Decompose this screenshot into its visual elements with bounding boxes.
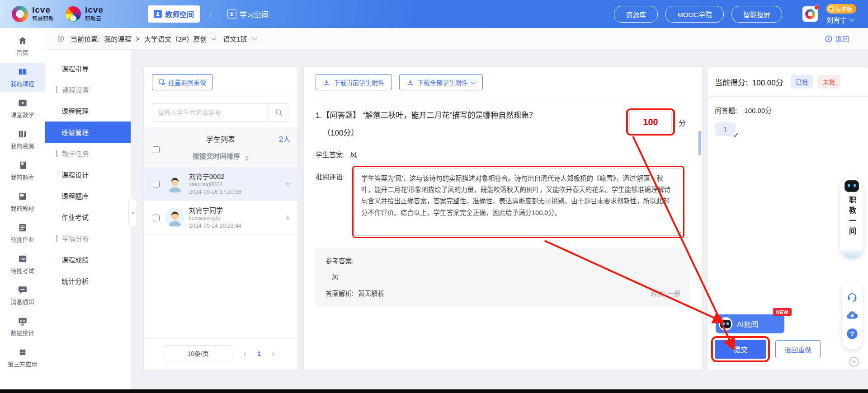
- question-type-label: 问答题:: [715, 107, 737, 114]
- return-redo-button[interactable]: 退回重做: [775, 340, 821, 358]
- user-menu[interactable]: 刘宵宁: [826, 15, 854, 24]
- student-list-panel: 批量退回重做 学生列表 2人 按提交时间排序 刘宵宁0002 xiaoning0…: [144, 67, 297, 370]
- sort-by-submit-time[interactable]: 按提交时间排序: [151, 151, 290, 161]
- back-label: 返回: [835, 34, 849, 43]
- sidebar-item-home[interactable]: 首页: [0, 32, 45, 61]
- icve-zhihuizhijiao-logo[interactable]: icve 智慧职教: [12, 5, 54, 23]
- student-search-input[interactable]: [152, 103, 269, 122]
- sidebar-item-messages[interactable]: 消息通知: [0, 281, 45, 310]
- menu-item-course-design[interactable]: 课程设计: [45, 164, 131, 185]
- svg-text:100: 100: [20, 257, 25, 261]
- sidebar-item-third-party-apps[interactable]: 第三方应用: [0, 343, 45, 373]
- difficulty-label: 难度:: [651, 290, 665, 297]
- star-icon[interactable]: ★: [284, 179, 291, 189]
- menu-item-homework-exams[interactable]: 作业考试: [45, 206, 131, 228]
- tab-teacher-space[interactable]: 教师空间: [148, 5, 200, 23]
- download-current-attachments-button[interactable]: 下载当前学生附件: [316, 74, 392, 90]
- breadcrumb-class-name[interactable]: 语文1班: [223, 34, 247, 43]
- student-count[interactable]: 2人: [279, 133, 290, 144]
- scrollbar-thumb[interactable]: [698, 131, 701, 155]
- chevron-down-icon[interactable]: [212, 35, 217, 40]
- robot-icon: [844, 180, 859, 192]
- student-search: [152, 103, 289, 122]
- breadcrumb-separator: >: [136, 35, 140, 42]
- chevron-down-icon[interactable]: [252, 35, 257, 40]
- current-score-row: 当前得分: 100.00分 已批 未批: [715, 75, 861, 89]
- header: icve 智慧职教 icve 职教云 教师空间 | 学习空间 资源库 M: [0, 0, 868, 28]
- reviewed-tab[interactable]: 已批: [791, 75, 813, 89]
- menu-item-statistical-analysis[interactable]: 统计分析: [45, 270, 131, 291]
- prev-page-button[interactable]: ‹: [241, 348, 249, 358]
- sidebar-item-my-courses[interactable]: 我的课程: [0, 63, 45, 92]
- smart-screencast-button[interactable]: 智能投屏: [731, 6, 782, 23]
- batch-return-redo-button[interactable]: 批量退回重做: [152, 74, 212, 90]
- back-button[interactable]: 返回: [822, 33, 852, 44]
- student-username: xiaoning0002: [189, 181, 284, 188]
- back-arrow-icon: [825, 35, 833, 43]
- mooc-academy-button[interactable]: MOOC学院: [665, 6, 724, 23]
- zhijiao-assistant-widget[interactable]: 职教一问: [840, 176, 863, 258]
- current-score-value: 100.00分: [752, 76, 783, 88]
- logo-subtext: 智慧职教: [32, 16, 54, 22]
- sidebar-item-pending-exams[interactable]: 100 待批考试: [0, 250, 45, 279]
- sidebar-item-classroom-teaching[interactable]: 课堂教学: [0, 94, 45, 123]
- next-page-button[interactable]: ›: [269, 348, 278, 358]
- student-checkbox[interactable]: [153, 215, 160, 221]
- search-icon: [275, 108, 283, 117]
- avatar: [165, 208, 184, 227]
- sidebar: 首页 我的课程 课堂教学 我的资源 我的题库 我的教材 待批作业 100 待批考: [0, 28, 45, 389]
- help-icon[interactable]: ?: [846, 328, 859, 340]
- page-size-select[interactable]: 10条/页: [164, 345, 232, 361]
- my-resources-icon: [18, 129, 28, 139]
- menu-item-course-grades[interactable]: 课程成绩: [45, 249, 131, 270]
- unreviewed-tab[interactable]: 未批: [818, 75, 840, 89]
- menu-item-course-question-bank[interactable]: 课程题库: [45, 185, 131, 206]
- sidebar-item-pending-homework[interactable]: 待批作业: [0, 219, 45, 248]
- ai-review-button[interactable]: AI批阅 NEW: [716, 314, 784, 333]
- select-all-checkbox[interactable]: [153, 146, 160, 153]
- student-row[interactable]: 刘宵宁0002 xiaoning0002 2024-09-26 17:20:56…: [144, 167, 297, 201]
- chevron-down-icon: [471, 79, 476, 84]
- divider: [708, 96, 868, 97]
- icve-zhijiaoyun-logo[interactable]: icve 职教云: [66, 5, 104, 23]
- tab-learning-space[interactable]: 学习空间: [222, 5, 274, 23]
- grading-panel: 下载当前学生附件 下载全部学生附件 1.【问答题】 “解落三秋叶，能开二月花”描…: [304, 67, 702, 370]
- download-all-attachments-button[interactable]: 下载全部学生附件: [399, 74, 483, 90]
- analysis-label: 答案解析:: [326, 290, 354, 297]
- breadcrumb-my-courses[interactable]: 我的课程: [104, 34, 131, 43]
- download-current-label: 下载当前学生附件: [334, 78, 384, 87]
- my-courses-icon: [18, 67, 28, 77]
- close-icon[interactable]: ✕: [849, 357, 859, 367]
- logo-text: icve: [85, 5, 104, 14]
- search-button[interactable]: [269, 103, 289, 122]
- menu-collapse-handle[interactable]: «: [128, 198, 137, 228]
- question-nav-chip[interactable]: 1 ✓: [715, 122, 736, 136]
- student-row[interactable]: 刘宵宁同学 liuxiaoningtx 2024-09-24 16:23:44 …: [144, 201, 297, 235]
- difficulty-value: 一般: [667, 290, 680, 297]
- score-input[interactable]: [629, 112, 672, 132]
- menu-item-course-guide[interactable]: 课程引导: [45, 58, 131, 79]
- sidebar-item-my-resources[interactable]: 我的资源: [0, 125, 45, 154]
- pending-exams-icon: 100: [18, 254, 28, 264]
- customer-service-icon[interactable]: [846, 290, 859, 303]
- resource-library-button[interactable]: 资源库: [614, 6, 658, 23]
- download-center-icon[interactable]: [846, 309, 859, 322]
- menu-item-class-management[interactable]: 班级管理: [45, 122, 131, 143]
- divider: [144, 97, 297, 97]
- star-icon[interactable]: ★: [284, 213, 291, 223]
- current-page[interactable]: 1: [257, 350, 261, 357]
- sort-label: 按提交时间排序: [193, 152, 240, 160]
- student-answer-value: 风: [350, 151, 357, 159]
- ai-review-label: AI批阅: [737, 318, 758, 329]
- question-type-score: 100.00分: [744, 107, 772, 114]
- question-block: 1.【问答题】 “解落三秋叶，能开二月花”描写的是哪种自然现象？ （100分） …: [316, 109, 690, 138]
- sidebar-item-data-statistics[interactable]: 数据统计: [0, 312, 45, 342]
- submit-button[interactable]: 提交: [715, 340, 766, 359]
- student-checkbox[interactable]: [153, 181, 160, 187]
- review-comment-textarea[interactable]: 学生答案为'风'，这与该诗句的实际描述对象相符合。诗句出自清代诗人郑板桥的《咏雪…: [354, 168, 682, 236]
- breadcrumb-course-name[interactable]: 大学语文（2P）原创: [144, 34, 207, 43]
- app-launcher-icon[interactable]: [802, 6, 818, 22]
- sidebar-item-my-question-bank[interactable]: 我的题库: [0, 156, 45, 186]
- menu-item-course-management[interactable]: 课程管理: [45, 100, 131, 122]
- sidebar-item-my-textbooks[interactable]: 我的教材: [0, 187, 45, 217]
